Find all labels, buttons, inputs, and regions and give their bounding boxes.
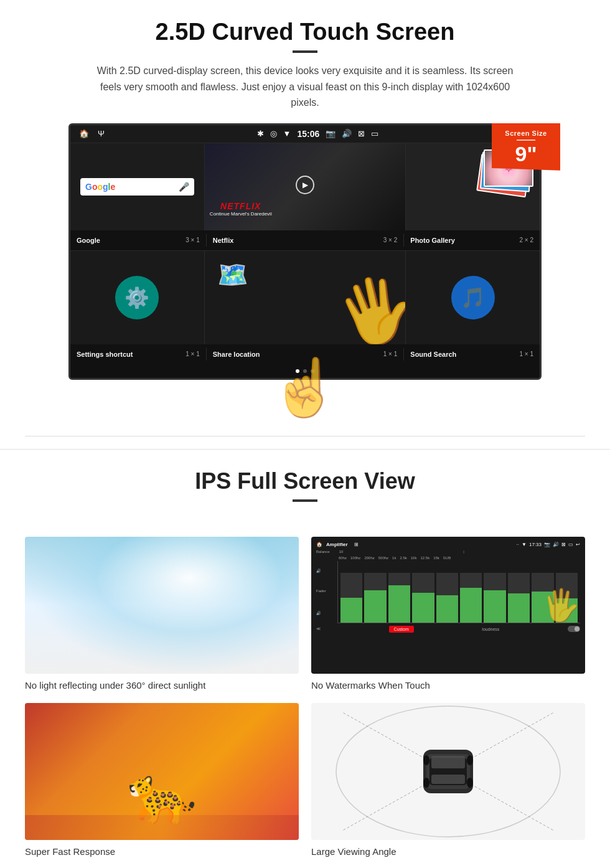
svg-point-13 xyxy=(467,778,473,788)
settings-label-size: 1 × 1 xyxy=(185,351,200,357)
feature-fast-response: 🐆 Super Fast Response xyxy=(25,703,299,857)
loudness-toggle[interactable] xyxy=(568,626,580,632)
section2-title: IPS Full Screen View xyxy=(25,468,585,494)
svg-point-12 xyxy=(423,778,429,788)
google-label-size: 3 × 1 xyxy=(185,237,200,243)
home-icon[interactable]: 🏠 xyxy=(79,129,89,138)
amp-title: Amplifier xyxy=(326,542,348,547)
title-divider xyxy=(293,50,317,53)
no-reflection-caption: No light reflecting under 360° direct su… xyxy=(25,680,299,691)
amp-footer: ≪ Custom loudness xyxy=(316,626,580,633)
eq-bar-5 xyxy=(436,573,458,623)
usb-icon: Ψ xyxy=(98,129,105,138)
svg-rect-9 xyxy=(431,775,465,784)
google-label-name: Google xyxy=(77,237,100,244)
share-location-cell[interactable]: 🗺️ 🖐 xyxy=(205,251,406,344)
cheetah-visualization: 🐆 xyxy=(25,703,299,840)
amplifier-image: 🏠 Amplifier ⊞ ··▼17:33📷🔊⊠▭↩ Balance 10 |… xyxy=(311,537,585,674)
eq-bar-6 xyxy=(460,573,482,623)
share-label-size: 1 × 1 xyxy=(383,351,398,357)
curved-screen-section: 2.5D Curved Touch Screen With 2.5D curve… xyxy=(0,0,610,430)
google-logo: Google xyxy=(85,182,115,192)
play-button[interactable]: ▶ xyxy=(296,176,314,194)
car-angle-svg xyxy=(311,703,585,840)
ips-section: IPS Full Screen View xyxy=(0,449,610,524)
photo-label-name: Photo Gallery xyxy=(410,237,455,244)
svg-point-10 xyxy=(423,755,429,765)
netflix-logo: NETFLIX xyxy=(210,201,272,211)
share-label-name: Share location xyxy=(213,351,260,358)
custom-button[interactable]: Custom xyxy=(389,626,414,633)
status-center: ✱ ◎ ▼ 15:06 📷 🔊 ⊠ ▭ xyxy=(257,129,379,139)
netflix-cell-content: ▶ NETFLIX Continue Marvel's Daredevil xyxy=(205,143,405,230)
google-app-cell[interactable]: Google 🎤 xyxy=(70,143,205,230)
sound-label-size: 1 × 1 xyxy=(519,351,533,357)
sound-cell-content: 🎵 xyxy=(406,251,540,344)
google-cell-content: Google 🎤 xyxy=(70,143,204,230)
settings-label-name: Settings shortcut xyxy=(77,351,133,358)
badge-divider xyxy=(517,139,535,141)
hand-extended-area: ☝ xyxy=(56,374,554,417)
car-image xyxy=(311,703,585,840)
bluetooth-icon: ✱ xyxy=(257,129,264,138)
settings-app-cell[interactable]: ⚙️ xyxy=(70,251,205,344)
eq-bar-8 xyxy=(508,573,530,623)
eq-bar-3 xyxy=(388,573,410,623)
eq-fill-5 xyxy=(436,595,458,623)
labels-row-1: Google 3 × 1 Netflix 3 × 2 Photo Gallery… xyxy=(70,230,540,250)
sun-rays xyxy=(25,537,299,674)
feature-viewing-angle: Large Viewing Angle xyxy=(311,703,585,857)
eq-bar-1 xyxy=(340,573,362,623)
sound-search-cell[interactable]: 🎵 xyxy=(406,251,540,344)
feature-no-reflection: No light reflecting under 360° direct su… xyxy=(25,537,299,691)
viewing-angle-caption: Large Viewing Angle xyxy=(311,846,585,857)
eq-fill-2 xyxy=(364,590,386,623)
ips-title-divider xyxy=(293,499,317,502)
photo-label-size: 2 × 2 xyxy=(519,237,533,243)
feature-no-watermarks: 🏠 Amplifier ⊞ ··▼17:33📷🔊⊠▭↩ Balance 10 |… xyxy=(311,537,585,691)
eq-fill-6 xyxy=(460,588,482,623)
feature-grid: No light reflecting under 360° direct su… xyxy=(0,524,610,868)
share-cell-content: 🗺️ 🖐 xyxy=(205,251,405,344)
amp-header: 🏠 Amplifier ⊞ ··▼17:33📷🔊⊠▭↩ xyxy=(316,542,580,547)
eq-fill-1 xyxy=(340,598,362,623)
netflix-label-name: Netflix xyxy=(213,237,234,244)
status-bar: 🏠 Ψ ✱ ◎ ▼ 15:06 📷 🔊 ⊠ ▭ xyxy=(70,125,540,143)
eq-bar-2 xyxy=(364,573,386,623)
fast-response-caption: Super Fast Response xyxy=(25,846,299,857)
section1-title: 2.5D Curved Touch Screen xyxy=(37,19,573,45)
device-wrapper: Screen Size 9" 🏠 Ψ ✱ ◎ ▼ 15:06 📷 🔊 ⊠ xyxy=(56,123,554,417)
eq-fill-3 xyxy=(388,585,410,623)
wifi-icon: ▼ xyxy=(283,129,291,138)
badge-label: Screen Size xyxy=(497,130,555,137)
cheetah-image: 🐆 xyxy=(25,703,299,840)
no-watermarks-caption: No Watermarks When Touch xyxy=(311,680,585,691)
amp-side-labels: 🔊 Fader 🔊 xyxy=(316,561,335,623)
cheetah-ground xyxy=(25,815,299,840)
google-search-bar[interactable]: Google 🎤 xyxy=(80,178,194,196)
badge-size: 9" xyxy=(515,142,537,166)
camera-icon: 📷 xyxy=(326,129,336,138)
screen-size-badge: Screen Size 9" xyxy=(492,123,560,171)
settings-cell-content: ⚙️ xyxy=(70,251,204,344)
amp-status-icons: ··▼17:33📷🔊⊠▭↩ xyxy=(517,542,580,547)
loudness-label: loudness xyxy=(482,627,499,631)
car-visualization xyxy=(311,703,585,840)
netflix-label: Netflix 3 × 2 xyxy=(207,234,405,247)
netflix-app-cell[interactable]: ▶ NETFLIX Continue Marvel's Daredevil xyxy=(205,143,406,230)
amplifier-screen: 🏠 Amplifier ⊞ ··▼17:33📷🔊⊠▭↩ Balance 10 |… xyxy=(311,537,585,674)
window-icon: ▭ xyxy=(371,129,378,138)
mic-icon[interactable]: 🎤 xyxy=(179,182,189,192)
section1-description: With 2.5D curved-display screen, this de… xyxy=(93,63,517,111)
app-row-1: Google 🎤 ▶ NETFLIX Continue Marvel's Dar… xyxy=(70,143,540,230)
photo-label: Photo Gallery 2 × 2 xyxy=(404,234,540,247)
extended-hand-icon: ☝ xyxy=(270,355,340,417)
netflix-brand: NETFLIX Continue Marvel's Daredevil xyxy=(210,201,272,217)
eq-fill-7 xyxy=(484,590,505,623)
amp-hand-icon: 🖐 xyxy=(542,587,580,623)
eq-fill-8 xyxy=(508,593,530,622)
screen-icon: ⊠ xyxy=(358,129,365,138)
google-label: Google 3 × 1 xyxy=(70,234,207,247)
music-icon: 🎵 xyxy=(451,276,495,319)
svg-point-11 xyxy=(467,755,473,765)
